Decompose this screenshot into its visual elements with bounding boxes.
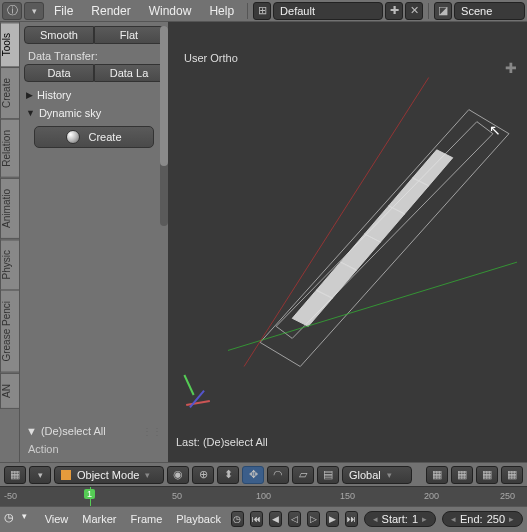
tick: 250 (500, 491, 515, 501)
manip-rotate-icon[interactable]: ◠ (267, 466, 289, 484)
playhead[interactable]: 1 (90, 487, 91, 506)
vtab-an[interactable]: AN (0, 373, 19, 409)
vtab-relations[interactable]: Relation (0, 119, 19, 178)
axis-widget (178, 370, 228, 420)
tick: -50 (4, 491, 17, 501)
increment-icon[interactable]: ▸ (509, 514, 514, 524)
layers-icon[interactable]: ▤ (317, 466, 339, 484)
svg-line-8 (228, 262, 517, 350)
tick: 50 (172, 491, 182, 501)
expanded-icon: ▼ (26, 425, 37, 437)
vtab-tools[interactable]: Tools (0, 22, 19, 67)
manip-translate-icon[interactable]: ✥ (242, 466, 264, 484)
layout-add-icon[interactable]: ✚ (385, 2, 403, 20)
timeline-view-menu[interactable]: View (41, 513, 73, 525)
shading-dropdown[interactable]: ◉ (167, 466, 189, 484)
vtab-create[interactable]: Create (0, 67, 19, 119)
layers-4[interactable]: ▦ (501, 466, 523, 484)
keyframe-next-icon[interactable]: ▶ (326, 511, 339, 527)
deselect-all-label: (De)select All (41, 425, 106, 437)
manip-scale-icon[interactable]: ▱ (292, 466, 314, 484)
vtab-animation[interactable]: Animatio (0, 178, 19, 239)
3d-text-object[interactable] (228, 62, 517, 382)
editor-type-icon[interactable]: ◷ (4, 511, 16, 527)
dynamic-sky-label: Dynamic sky (39, 107, 101, 119)
create-sky-button[interactable]: Create (34, 126, 154, 148)
expanded-icon: ▼ (26, 108, 35, 118)
orientation-dropdown[interactable]: Global ▾ (342, 466, 412, 484)
shading-flat-button[interactable]: Flat (94, 26, 164, 44)
sync-dropdown[interactable]: ◷ (231, 511, 244, 527)
layers-3[interactable]: ▦ (476, 466, 498, 484)
end-frame-field[interactable]: ◂ End: 250 ▸ (442, 511, 523, 527)
expand-menus-icon[interactable]: ▾ (29, 466, 51, 484)
mode-dropdown[interactable]: Object Mode ▾ (54, 466, 164, 484)
vtab-physics[interactable]: Physic (0, 239, 19, 290)
history-header[interactable]: ▶ History (24, 86, 164, 104)
data-button[interactable]: Data (24, 64, 94, 82)
3d-viewport[interactable]: User Ortho ✚ ↖ (168, 22, 527, 462)
sky-preview-icon (66, 130, 80, 144)
data-layout-button[interactable]: Data La (94, 64, 164, 82)
tick: 100 (256, 491, 271, 501)
manipulator-toggle[interactable]: ⬍ (217, 466, 239, 484)
vtab-grease-pencil[interactable]: Grease Penci (0, 290, 19, 373)
history-label: History (37, 89, 71, 101)
tool-tabs: Tools Create Relation Animatio Physic Gr… (0, 22, 20, 462)
orientation-label: Global (349, 469, 381, 481)
scene-browse-icon[interactable]: ◪ (434, 2, 452, 20)
increment-icon[interactable]: ▸ (422, 514, 427, 524)
mode-label: Object Mode (77, 469, 139, 481)
menu-render[interactable]: Render (83, 4, 138, 18)
start-value: 1 (412, 513, 418, 525)
menu-help[interactable]: Help (201, 4, 242, 18)
menu-file[interactable]: File (46, 4, 81, 18)
start-label: Start: (382, 513, 408, 525)
tick: 200 (424, 491, 439, 501)
play-reverse-icon[interactable]: ◁ (288, 511, 301, 527)
end-label: End: (460, 513, 483, 525)
chevron-down-icon[interactable]: ▾ (24, 2, 44, 20)
3d-view-header: ▦ ▾ Object Mode ▾ ◉ ⊕ ⬍ ✥ ◠ ▱ ▤ Global ▾… (0, 462, 527, 486)
grip-icon[interactable]: ⋮⋮ (142, 426, 162, 437)
layers-1[interactable]: ▦ (426, 466, 448, 484)
layers-2[interactable]: ▦ (451, 466, 473, 484)
create-label: Create (88, 131, 121, 143)
playhead-frame: 1 (84, 489, 95, 499)
action-label: Action (24, 440, 164, 458)
scene-field[interactable]: Scene (454, 2, 525, 20)
end-value: 250 (487, 513, 505, 525)
timeline-marker-menu[interactable]: Marker (78, 513, 120, 525)
svg-marker-0 (260, 110, 509, 367)
expand-menus-icon[interactable]: ▾ (22, 511, 34, 527)
last-operator-label: Last: (De)select All (176, 436, 268, 448)
tool-shelf: Smooth Flat Data Transfer: Data Data La … (20, 22, 168, 462)
tool-scrollbar[interactable] (160, 26, 168, 226)
object-mode-icon (61, 470, 71, 480)
jump-start-icon[interactable]: ⏮ (250, 511, 263, 527)
dynamic-sky-header[interactable]: ▼ Dynamic sky (24, 104, 164, 122)
play-icon[interactable]: ▷ (307, 511, 320, 527)
decrement-icon[interactable]: ◂ (373, 514, 378, 524)
layout-browse-icon[interactable]: ⊞ (253, 2, 271, 20)
editor-type-icon[interactable]: ⓘ (2, 2, 22, 20)
timeline-ruler[interactable]: -50 0 50 100 150 200 250 1 (0, 486, 527, 506)
operator-panel-header[interactable]: ▼ (De)select All ⋮⋮ (24, 422, 164, 440)
shading-smooth-button[interactable]: Smooth (24, 26, 94, 44)
timeline-header: ◷ ▾ View Marker Frame Playback ◷ ⏮ ◀ ◁ ▷… (0, 506, 527, 530)
svg-line-9 (244, 78, 429, 367)
pivot-dropdown[interactable]: ⊕ (192, 466, 214, 484)
timeline-playback-menu[interactable]: Playback (172, 513, 225, 525)
menu-window[interactable]: Window (141, 4, 200, 18)
editor-type-icon[interactable]: ▦ (4, 466, 26, 484)
decrement-icon[interactable]: ◂ (451, 514, 456, 524)
layout-field[interactable]: Default (273, 2, 383, 20)
jump-end-icon[interactable]: ⏭ (345, 511, 358, 527)
start-frame-field[interactable]: ◂ Start: 1 ▸ (364, 511, 436, 527)
data-transfer-label: Data Transfer: (24, 48, 164, 64)
collapsed-icon: ▶ (26, 90, 33, 100)
timeline-frame-menu[interactable]: Frame (127, 513, 167, 525)
tick: 150 (340, 491, 355, 501)
layout-remove-icon[interactable]: ✕ (405, 2, 423, 20)
keyframe-prev-icon[interactable]: ◀ (269, 511, 282, 527)
